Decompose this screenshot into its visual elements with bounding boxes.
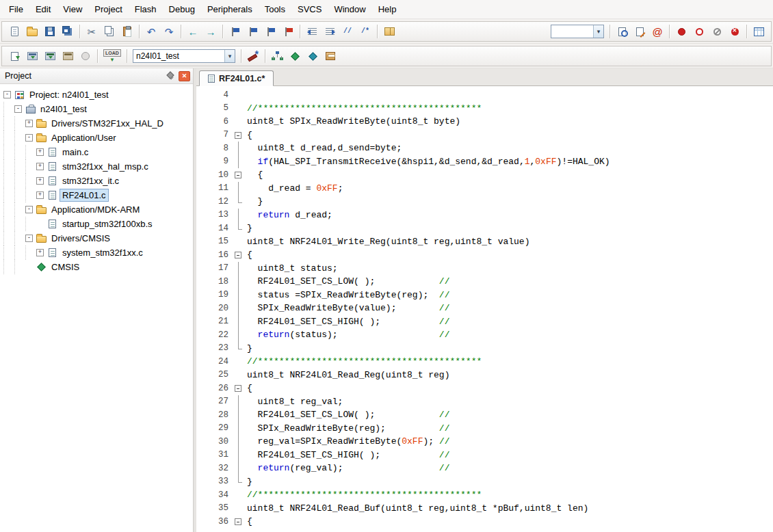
tree-item-project-root[interactable]: -Project: n24I01_test — [0, 88, 193, 102]
tree-expander[interactable]: - — [25, 134, 33, 142]
tab-rf24l01-c[interactable]: RF24L01.c* — [199, 70, 274, 86]
code-line-34[interactable]: 34//************************************… — [196, 488, 773, 502]
code-line-35[interactable]: 35uint8_t NRF24L01_Read_Buf(uint8_t reg,… — [196, 502, 773, 516]
navigate-back-button[interactable]: ← — [184, 23, 202, 40]
tree-expander[interactable]: + — [36, 191, 44, 199]
line-number[interactable]: 9 — [203, 157, 233, 166]
line-number[interactable]: 4 — [203, 90, 233, 100]
code-line-9[interactable]: 9 if(HAL_SPI_TransmitReceive(&hspi1,&d_s… — [196, 155, 773, 169]
tree-expander[interactable]: - — [14, 105, 22, 113]
line-number[interactable]: 16 — [203, 250, 233, 260]
redo-button[interactable]: ↷ — [160, 23, 178, 40]
save-all-button[interactable] — [59, 23, 77, 40]
line-number[interactable]: 29 — [203, 423, 233, 433]
disable-all-breakpoints-button[interactable] — [708, 23, 726, 40]
line-number[interactable]: 26 — [203, 384, 233, 393]
line-number[interactable]: 11 — [203, 183, 233, 193]
line-number[interactable]: 27 — [203, 397, 233, 406]
tree-item-application-user[interactable]: -Application/User — [0, 131, 193, 145]
line-number[interactable]: 23 — [203, 343, 233, 353]
line-number[interactable]: 32 — [203, 464, 233, 473]
tree-item-system-stm32f1xx-c[interactable]: +system_stm32f1xx.c — [0, 245, 193, 260]
code-line-5[interactable]: 5//*************************************… — [196, 102, 773, 116]
code-line-27[interactable]: 27 uint8_t reg_val; — [196, 395, 773, 409]
menu-project[interactable]: Project — [88, 1, 128, 17]
build-button[interactable] — [23, 47, 41, 65]
code-line-32[interactable]: 32 return(reg_val); // — [196, 462, 773, 475]
bookmark-toggle-button[interactable] — [226, 23, 244, 40]
download-button[interactable]: LOAD▼ — [101, 47, 124, 65]
kill-all-breakpoints-button[interactable] — [726, 23, 744, 40]
code-line-4[interactable]: 4 — [196, 88, 773, 102]
outdent-button[interactable] — [303, 23, 321, 40]
target-select-dropdown[interactable]: ▾ — [224, 50, 235, 62]
menu-help[interactable]: Help — [372, 1, 403, 17]
pack-installer-button[interactable] — [322, 47, 339, 65]
pin-button[interactable] — [165, 71, 176, 81]
search-combo[interactable]: ▾ — [551, 25, 604, 38]
fold-marker[interactable] — [233, 382, 244, 395]
tree-item-rf24l01-c[interactable]: +RF24L01.c — [0, 188, 193, 202]
copy-button[interactable] — [101, 23, 118, 40]
line-number[interactable]: 13 — [203, 210, 233, 220]
stop-build-button[interactable] — [77, 47, 94, 65]
menu-tools[interactable]: Tools — [259, 1, 291, 17]
line-number[interactable]: 21 — [203, 317, 233, 326]
code-line-12[interactable]: 12 } — [196, 195, 773, 209]
incremental-find-button[interactable]: @ — [648, 23, 666, 40]
code-line-19[interactable]: 19 status =SPIx_ReadWriteByte(reg); // — [196, 289, 773, 302]
bookmark-next-button[interactable] — [261, 23, 279, 40]
code-line-33[interactable]: 33} — [196, 475, 773, 489]
code-line-20[interactable]: 20 SPIx_ReadWriteByte(value); // — [196, 302, 773, 315]
code-line-24[interactable]: 24//************************************… — [196, 355, 773, 369]
line-number[interactable]: 35 — [203, 503, 233, 513]
enable-breakpoint-button[interactable] — [690, 23, 708, 40]
find-in-files-button[interactable] — [613, 23, 631, 40]
bookmark-previous-button[interactable] — [244, 23, 261, 40]
tree-expander[interactable]: + — [36, 249, 44, 256]
fold-marker[interactable] — [233, 129, 244, 142]
tree-item-drivers-cmsis[interactable]: -Drivers/CMSIS — [0, 231, 193, 245]
code-line-18[interactable]: 18 RF24L01_SET_CS_LOW( ); // — [196, 275, 773, 289]
line-number[interactable]: 20 — [203, 304, 233, 313]
tree-item-drivers-stm32f1xx-hal[interactable]: +Drivers/STM32F1xx_HAL_D — [0, 116, 193, 131]
line-number[interactable]: 6 — [203, 117, 233, 127]
line-number[interactable]: 7 — [203, 130, 233, 139]
cut-button[interactable]: ✂ — [83, 23, 101, 40]
code-line-21[interactable]: 21 RF24L01_SET_CS_HIGH( ); // — [196, 315, 773, 329]
code-line-29[interactable]: 29 SPIx_ReadWriteByte(reg); // — [196, 422, 773, 436]
new-file-button[interactable] — [5, 23, 23, 40]
code-line-16[interactable]: 16{ — [196, 248, 773, 262]
code-line-13[interactable]: 13 return d_read; — [196, 209, 773, 222]
line-number[interactable]: 30 — [203, 437, 233, 447]
line-number[interactable]: 17 — [203, 263, 233, 273]
line-number[interactable]: 18 — [203, 277, 233, 287]
code-line-14[interactable]: 14} — [196, 222, 773, 235]
code-line-36[interactable]: 36{ — [196, 515, 773, 529]
line-number[interactable]: 14 — [203, 224, 233, 233]
tree-expander[interactable]: - — [25, 206, 33, 213]
line-number[interactable]: 5 — [203, 103, 233, 113]
line-number[interactable]: 8 — [203, 144, 233, 153]
tree-item-startup-stm32f100xb-s[interactable]: startup_stm32f100xb.s — [0, 217, 193, 231]
line-number[interactable]: 10 — [203, 170, 233, 180]
navigate-forward-button[interactable]: → — [202, 23, 220, 40]
indent-button[interactable] — [321, 23, 339, 40]
line-number[interactable]: 31 — [203, 450, 233, 460]
tree-item-main-c[interactable]: +main.c — [0, 145, 193, 159]
tree-item-target-n24i01-test[interactable]: -n24I01_test — [0, 102, 193, 116]
line-number[interactable]: 25 — [203, 370, 233, 380]
code-area[interactable]: 45//************************************… — [196, 86, 773, 532]
code-line-8[interactable]: 8 uint8_t d_read,d_send=byte; — [196, 142, 773, 155]
code-line-23[interactable]: 23} — [196, 342, 773, 356]
tree-expander[interactable]: + — [25, 120, 33, 127]
code-line-15[interactable]: 15uint8_t NRF24L01_Write_Reg(uint8_t reg… — [196, 235, 773, 249]
code-line-7[interactable]: 7{ — [196, 129, 773, 142]
rebuild-button[interactable] — [41, 47, 59, 65]
line-number[interactable]: 19 — [203, 290, 233, 300]
tree-item-application-mdk-arm[interactable]: -Application/MDK-ARM — [0, 202, 193, 217]
memory-window-button[interactable] — [750, 23, 768, 40]
menu-window[interactable]: Window — [328, 1, 371, 17]
line-number[interactable]: 33 — [203, 477, 233, 486]
line-number[interactable]: 15 — [203, 237, 233, 246]
